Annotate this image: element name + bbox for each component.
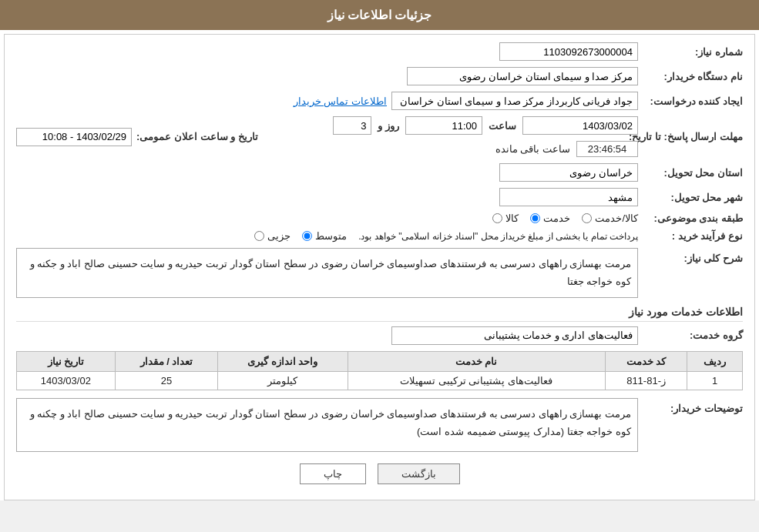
cell-date: 1403/03/02 (17, 371, 116, 390)
sharh-value: مرمت بهسازی راههای دسرسی به فرستندهای صد… (30, 258, 631, 287)
group-khadamat-input[interactable] (391, 326, 638, 345)
announce-label: تاریخ و ساعت اعلان عمومی: (136, 131, 258, 142)
category-label: طبقه بندی موضوعی: (643, 212, 743, 224)
buyer-notes-value: مرمت بهسازی راههای دسرسی به فرستندهای صد… (30, 408, 631, 437)
purchase-note-text: پرداخت تمام یا بخشی از مبلغ خریداز محل "… (358, 231, 638, 242)
deadline-date-input[interactable] (522, 116, 638, 135)
shahr-label: شهر محل تحویل: (643, 192, 743, 203)
sharh-box: مرمت بهسازی راههای دسرسی به فرستندهای صد… (16, 248, 638, 298)
category-kala-khadamat-label: کالا/خدمت (595, 212, 638, 224)
countdown-box: 23:46:54 (576, 141, 638, 157)
page-title: جزئیات اطلاعات نیاز (327, 8, 432, 22)
creator-input[interactable] (391, 92, 638, 110)
shomara-input[interactable] (499, 42, 638, 61)
group-khadamat-label: گروه خدمت: (643, 330, 743, 341)
creator-label: ایجاد کننده درخواست: (643, 95, 743, 107)
shahr-input[interactable] (499, 188, 638, 206)
dastgah-label: نام دستگاه خریدار: (643, 71, 743, 82)
deadline-time-label: ساعت (489, 120, 516, 132)
col-name: نام خدمت (348, 351, 605, 371)
services-section-title: اطلاعات خدمات مورد نیاز (16, 306, 743, 322)
category-kala-khadamat-radio[interactable] (582, 213, 592, 223)
print-button[interactable]: چاپ (300, 463, 366, 484)
purchase-motavasset-label: متوسط (315, 230, 347, 242)
footer-buttons: بازگشت چاپ (16, 463, 743, 484)
deadline-days-label: روز و (378, 120, 399, 132)
contact-link[interactable]: اطلاعات تماس خریدار (294, 95, 387, 107)
deadline-days-input[interactable] (333, 116, 371, 135)
cell-unit: کیلومتر (218, 371, 348, 390)
ostan-input[interactable] (499, 163, 638, 182)
category-khadamat-radio[interactable] (530, 213, 540, 223)
col-quantity: تعداد / مقدار (115, 351, 218, 371)
purchase-jozvi-radio[interactable] (254, 231, 264, 241)
purchase-type-label: نوع فرآیند خرید : (643, 230, 743, 242)
purchase-type-radio-group: پرداخت تمام یا بخشی از مبلغ خریداز محل "… (254, 230, 638, 242)
shomara-label: شماره نیاز: (643, 46, 743, 58)
ostan-label: استان محل تحویل: (643, 167, 743, 179)
cell-kod: ز-81-811 (605, 371, 687, 390)
buyer-notes-label: توضیحات خریدار: (643, 398, 743, 414)
deadline-time-input[interactable] (405, 116, 482, 135)
category-khadamat-label: خدمت (543, 212, 570, 224)
announce-input[interactable] (16, 128, 132, 146)
col-date: تاریخ نیاز (17, 351, 116, 371)
col-radif: ردیف (687, 351, 743, 371)
purchase-jozvi-label: جزیی (267, 230, 291, 242)
col-kod: کد خدمت (605, 351, 687, 371)
countdown-label: ساعت باقی مانده (495, 143, 570, 155)
category-kala-label: کالا (505, 212, 519, 224)
deadline-label: مهلت ارسال پاسخ: تا تاریخ: (643, 131, 743, 142)
page-header: جزئیات اطلاعات نیاز (0, 0, 759, 30)
purchase-motavasset-radio[interactable] (302, 231, 312, 241)
cell-quantity: 25 (115, 371, 218, 390)
countdown-value: 23:46:54 (588, 143, 627, 155)
table-row: 1ز-81-811فعالیت‌های پشتیبانی ترکیبی تسهی… (17, 371, 743, 390)
buyer-notes-box: مرمت بهسازی راههای دسرسی به فرستندهای صد… (16, 398, 638, 452)
category-radio-group: کالا/خدمت خدمت کالا (492, 212, 638, 224)
cell-name: فعالیت‌های پشتیبانی ترکیبی تسهیلات (348, 371, 605, 390)
dastgah-input[interactable] (407, 67, 638, 85)
sharh-label: شرح کلی نیاز: (643, 248, 743, 264)
back-button[interactable]: بازگشت (378, 463, 460, 484)
category-kala-radio[interactable] (492, 213, 502, 223)
col-unit: واحد اندازه گیری (218, 351, 348, 371)
cell-radif: 1 (687, 371, 743, 390)
services-table: ردیف کد خدمت نام خدمت واحد اندازه گیری ت… (16, 351, 743, 390)
